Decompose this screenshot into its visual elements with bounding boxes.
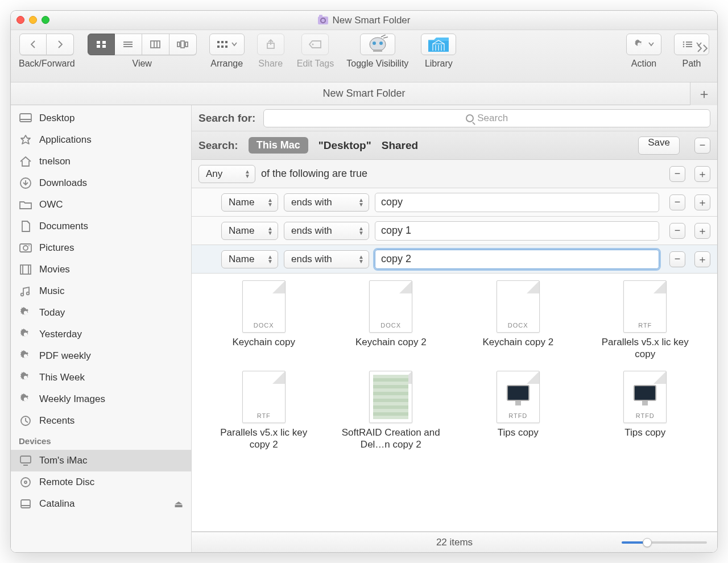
rule-attribute-select[interactable]: Name▲▼ [221,193,278,212]
search-for-bar: Search for: Search [192,105,717,131]
sidebar-item-desktop[interactable]: Desktop [11,107,191,129]
document-icon [369,371,412,423]
rule-attribute-select[interactable]: Name▲▼ [221,222,278,240]
rule-value-input[interactable] [375,221,659,241]
minimize-button[interactable] [29,16,37,24]
rule-remove-button[interactable]: − [669,166,685,182]
list-view-button[interactable] [115,34,142,55]
rule-add-button[interactable]: ＋ [694,223,710,239]
tags-group: Edit Tags [297,34,334,69]
action-group: Action [626,34,661,69]
sidebar-item-tom-s-imac[interactable]: Tom's iMac [11,450,191,471]
rule-operator-select[interactable]: ends with▲▼ [284,222,369,240]
result-item[interactable]: RTFParallels v5.x lic key copy 2 [203,371,325,451]
sidebar-item-catalina[interactable]: Catalina⏏ [11,493,191,515]
sidebar-item-pdf-weekly[interactable]: PDF weekly [11,345,191,367]
svg-rect-10 [177,42,180,47]
result-item[interactable]: RTFParallels v5.x lic key copy [585,280,706,361]
back-forward-group: Back/Forward [19,34,75,69]
rule-add-button[interactable]: ＋ [694,194,710,210]
sidebar-item-movies[interactable]: Movies [11,259,191,280]
arrange-button[interactable] [209,34,245,55]
rule-value-input[interactable] [375,193,659,212]
svg-rect-18 [225,45,228,48]
rule-value-input[interactable] [375,250,659,269]
result-item-name: Tips copy [498,427,539,438]
rule-operator-select[interactable]: ends with▲▼ [284,250,369,268]
document-icon: RTFD [497,371,540,423]
svg-point-40 [23,246,28,250]
rule-remove-button[interactable]: − [669,194,685,210]
save-search-button[interactable]: Save [638,136,680,155]
sidebar-item-pictures[interactable]: Pictures [11,237,191,259]
window-title: New Smart Folder [318,15,411,26]
rule-add-button[interactable]: ＋ [694,166,710,182]
downloads-icon [19,177,32,189]
result-item[interactable]: RTFDTips copy [585,371,706,451]
sidebar-item-label: Today [39,307,65,318]
results-area[interactable]: DOCXKeychain copyDOCXKeychain copy 2DOCX… [192,274,717,532]
sidebar-item-label: Weekly Images [39,394,105,405]
sidebar-item-recents[interactable]: Recents [11,410,191,432]
music-icon [19,285,32,297]
icon-size-slider[interactable] [622,541,707,544]
document-icon: DOCX [369,280,412,333]
scope-desktop[interactable]: "Desktop" [318,139,371,152]
sidebar-item-music[interactable]: Music [11,280,191,302]
rule-attribute-select[interactable]: Name▲▼ [221,250,278,268]
rule-remove-button[interactable]: − [669,251,685,267]
result-item[interactable]: SoftRAID Creation and Del…n copy 2 [330,371,452,451]
toolbar-overflow-button[interactable] [697,44,709,53]
result-item[interactable]: RTFDTips copy [457,371,579,451]
sidebar-item-owc[interactable]: OWC [11,194,191,216]
apps-icon [19,134,32,146]
sidebar-item-documents[interactable]: Documents [11,216,191,237]
edit-tags-button[interactable] [301,34,329,55]
rule-group-operator-select[interactable]: Any ▲▼ [198,165,255,183]
sidebar-item-remote-disc[interactable]: Remote Disc [11,471,191,493]
search-input[interactable]: Search [263,109,710,127]
forward-button[interactable] [47,34,74,55]
add-criteria-button[interactable]: ＋ [690,82,717,105]
close-button[interactable] [16,16,24,24]
svg-point-48 [24,333,27,336]
sidebar-item-this-week[interactable]: This Week [11,367,191,388]
gallery-view-button[interactable] [169,34,197,55]
column-view-button[interactable] [142,34,169,55]
action-button[interactable] [626,34,661,55]
collapse-search-button[interactable]: − [694,138,710,154]
sidebar[interactable]: DesktopApplicationstnelsonDownloadsOWCDo… [11,105,192,552]
svg-rect-17 [225,41,228,43]
sidebar-item-weekly-images[interactable]: Weekly Images [11,388,191,410]
window-title-text: New Smart Folder [333,15,411,26]
sidebar-item-today[interactable]: Today [11,302,191,324]
back-button[interactable] [19,34,47,55]
svg-rect-13 [217,41,220,43]
zoom-button[interactable] [42,16,49,24]
library-button[interactable] [421,34,456,55]
sidebar-item-downloads[interactable]: Downloads [11,172,191,194]
gear-icon [19,307,32,319]
imac-icon [19,454,32,467]
sidebar-item-applications[interactable]: Applications [11,129,191,151]
library-label: Library [425,59,453,69]
rule-add-button[interactable]: ＋ [694,251,710,267]
svg-rect-15 [221,41,224,43]
result-item[interactable]: DOCXKeychain copy [203,280,325,361]
share-button[interactable] [257,34,284,55]
result-item[interactable]: DOCXKeychain copy 2 [457,280,579,361]
result-item[interactable]: DOCXKeychain copy 2 [330,280,452,361]
sidebar-item-tnelson[interactable]: tnelson [11,151,191,172]
sidebar-item-label: tnelson [39,156,71,167]
sidebar-item-yesterday[interactable]: Yesterday [11,324,191,345]
icon-view-button[interactable] [88,34,115,55]
rule-operator-select[interactable]: ends with▲▼ [284,193,369,212]
item-count: 22 items [436,537,473,548]
rule-remove-button[interactable]: − [669,223,685,239]
toggle-visibility-button[interactable] [360,34,395,55]
scope-shared[interactable]: Shared [382,139,418,152]
scope-this-mac[interactable]: This Mac [249,137,308,154]
share-group: Share [257,34,284,69]
eject-icon[interactable]: ⏏ [174,498,183,510]
svg-rect-7 [151,41,160,48]
